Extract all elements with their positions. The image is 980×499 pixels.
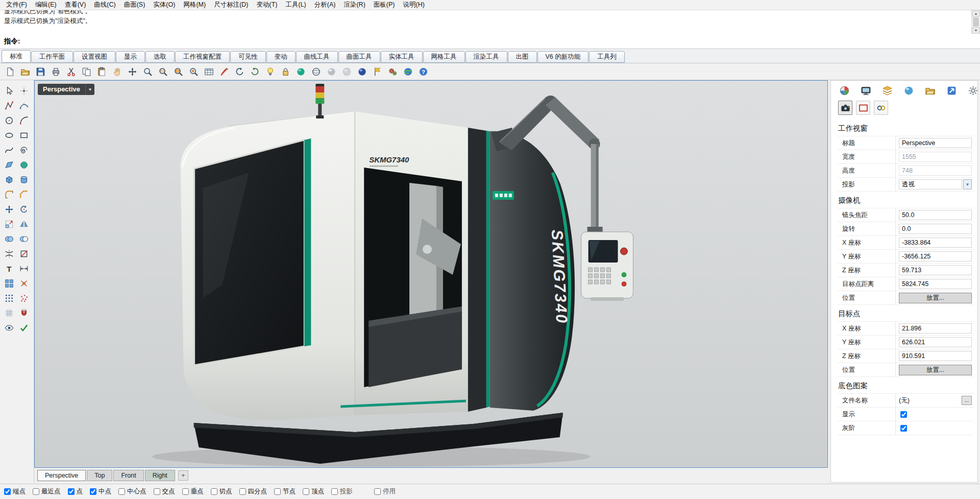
curve-tool-icon[interactable] bbox=[2, 144, 16, 156]
box-tool-icon[interactable] bbox=[2, 174, 16, 186]
table-grid-icon[interactable] bbox=[203, 65, 215, 78]
array-tool-icon[interactable] bbox=[2, 292, 16, 304]
panel-properties-icon[interactable] bbox=[839, 85, 850, 96]
check-tool-icon[interactable] bbox=[17, 322, 31, 334]
polyline-tool-icon[interactable] bbox=[2, 100, 16, 112]
dimension-tool-icon[interactable] bbox=[17, 263, 31, 275]
osnap-quadrant[interactable]: 四分点 bbox=[239, 487, 267, 496]
tab-surface-tools[interactable]: 曲面工具 bbox=[338, 51, 380, 63]
osnap-knot[interactable]: 节点 bbox=[274, 487, 296, 496]
globe-icon[interactable] bbox=[402, 65, 414, 78]
panel-layers-icon[interactable] bbox=[882, 85, 893, 96]
row-cam-place-button[interactable]: 放置... bbox=[899, 293, 972, 303]
osnap-project-checkbox[interactable] bbox=[331, 488, 338, 495]
row-tgt-y-field[interactable]: 626.021 bbox=[899, 337, 972, 347]
osnap-tangent-checkbox[interactable] bbox=[211, 488, 217, 495]
scrollbar-thumb[interactable] bbox=[973, 17, 979, 27]
viewport-canvas[interactable]: SKMG7340 SKMG7340 bbox=[34, 80, 828, 468]
tab-drafting[interactable]: 出图 bbox=[508, 51, 537, 63]
explode-tool-icon[interactable] bbox=[17, 277, 31, 290]
panel-help-icon[interactable] bbox=[946, 85, 957, 96]
circle-tool-icon[interactable] bbox=[2, 114, 16, 127]
cut-icon[interactable] bbox=[65, 65, 78, 78]
row-lens-field[interactable]: 50.0 bbox=[899, 210, 972, 220]
osnap-end[interactable]: 端点 bbox=[4, 487, 26, 496]
tab-toolbars[interactable]: 工具列 bbox=[589, 51, 625, 63]
osnap-intersection-checkbox[interactable] bbox=[154, 488, 160, 495]
move-view-icon[interactable] bbox=[126, 65, 139, 78]
render-teal-sphere-icon[interactable] bbox=[295, 65, 307, 78]
paintbrush-icon[interactable] bbox=[218, 65, 231, 78]
boolean-difference-icon[interactable] bbox=[17, 233, 31, 245]
osnap-near[interactable]: 最近点 bbox=[33, 487, 61, 496]
wireframe-circle-icon[interactable] bbox=[310, 65, 323, 78]
scroll-down-button[interactable]: ▼ bbox=[972, 27, 980, 34]
tab-new-in-v6[interactable]: V6 的新功能 bbox=[537, 51, 589, 63]
links-props-button[interactable] bbox=[874, 101, 888, 115]
panel-library-icon[interactable] bbox=[925, 85, 936, 96]
viewport-title-dropdown-icon[interactable]: ▼ bbox=[85, 84, 94, 95]
helix-tool-icon[interactable] bbox=[17, 144, 31, 156]
surface-tool-icon[interactable] bbox=[2, 159, 16, 171]
pan-hand-icon[interactable] bbox=[111, 65, 124, 78]
viewport-title[interactable]: Perspective ▼ bbox=[38, 84, 94, 95]
osnap-perpendicular-checkbox[interactable] bbox=[182, 488, 189, 495]
save-icon[interactable] bbox=[34, 65, 47, 78]
move-tool-icon[interactable] bbox=[2, 203, 16, 216]
paste-icon[interactable] bbox=[95, 65, 108, 78]
osnap-mid-checkbox[interactable] bbox=[90, 488, 96, 495]
osnap-end-checkbox[interactable] bbox=[4, 488, 11, 495]
menu-panels[interactable]: 面板(P) bbox=[370, 0, 399, 10]
row-wallpaper-file-browse-button[interactable]: ... bbox=[962, 396, 972, 405]
tab-set-view[interactable]: 设置视图 bbox=[74, 51, 115, 63]
row-title-field[interactable]: Perspective bbox=[899, 138, 972, 148]
osnap-mid[interactable]: 中点 bbox=[90, 487, 111, 496]
copy-icon[interactable] bbox=[80, 65, 93, 78]
panel-display-icon[interactable] bbox=[861, 85, 871, 96]
zoom-extents-icon[interactable] bbox=[187, 65, 200, 78]
select-arrow-icon[interactable] bbox=[2, 85, 16, 97]
viewport-tab-top[interactable]: Top bbox=[87, 470, 112, 481]
viewport-tab-perspective[interactable]: Perspective bbox=[37, 470, 86, 481]
scale-tool-icon[interactable] bbox=[2, 218, 16, 230]
osnap-knot-checkbox[interactable] bbox=[274, 488, 281, 495]
row-wallpaper-gray-checkbox[interactable] bbox=[900, 425, 907, 432]
shaded-sphere-icon[interactable] bbox=[325, 65, 338, 78]
menu-view[interactable]: 查看(V) bbox=[61, 0, 90, 10]
menu-surface[interactable]: 曲面(S) bbox=[120, 0, 150, 10]
menu-mesh[interactable]: 网格(M) bbox=[179, 0, 210, 10]
osnap-vertex-checkbox[interactable] bbox=[303, 488, 309, 495]
osnap-near-checkbox[interactable] bbox=[33, 488, 39, 495]
render-view[interactable]: SKMG7340 SKMG7340 bbox=[35, 81, 827, 467]
menu-solid[interactable]: 实体(O) bbox=[149, 0, 179, 10]
grid-tool-icon[interactable] bbox=[2, 307, 16, 319]
osnap-project[interactable]: 投影 bbox=[331, 487, 353, 496]
menu-help[interactable]: 说明(H) bbox=[399, 0, 428, 10]
viewport-tab-front[interactable]: Front bbox=[113, 470, 143, 481]
row-cam-x-field[interactable]: -3833.864 bbox=[899, 237, 972, 248]
menu-analyze[interactable]: 分析(A) bbox=[310, 0, 340, 10]
row-projection-dropdown-icon[interactable]: ▼ bbox=[963, 179, 972, 189]
row-wallpaper-show-checkbox[interactable] bbox=[900, 411, 907, 418]
boolean-union-icon[interactable] bbox=[2, 233, 16, 245]
osnap-perpendicular[interactable]: 垂点 bbox=[182, 487, 204, 496]
zoom-selected-icon[interactable] bbox=[172, 65, 185, 78]
menu-curve[interactable]: 曲线(C) bbox=[90, 0, 119, 10]
control-points-icon[interactable] bbox=[17, 100, 31, 112]
render-blue-sphere-icon[interactable] bbox=[356, 65, 369, 78]
undo-view-icon[interactable] bbox=[249, 65, 261, 78]
menu-dimension[interactable]: 尺寸标注(D) bbox=[210, 0, 252, 10]
tab-display[interactable]: 显示 bbox=[116, 51, 145, 63]
row-rotation-field[interactable]: 0.0 bbox=[899, 224, 972, 234]
point-tool-icon[interactable] bbox=[17, 85, 31, 97]
tab-render-tools[interactable]: 渲染工具 bbox=[465, 51, 507, 63]
osnap-tangent[interactable]: 切点 bbox=[211, 487, 232, 496]
tab-curve-tools[interactable]: 曲线工具 bbox=[296, 51, 338, 63]
command-input[interactable] bbox=[20, 34, 980, 49]
menu-edit[interactable]: 编辑(E) bbox=[31, 0, 61, 10]
chamfer-tool-icon[interactable] bbox=[17, 188, 31, 201]
new-document-icon[interactable] bbox=[4, 65, 16, 78]
flag-icon[interactable] bbox=[371, 65, 384, 78]
group-tool-icon[interactable] bbox=[2, 277, 16, 290]
row-cam-y-field[interactable]: -3656.125 bbox=[899, 251, 972, 262]
